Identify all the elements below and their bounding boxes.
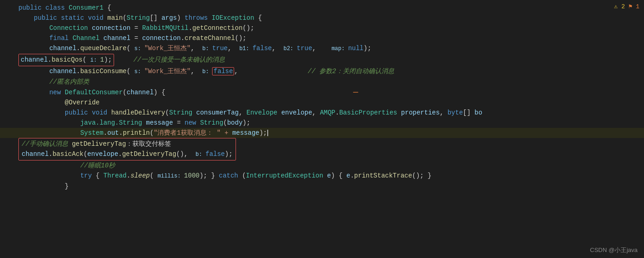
code-line-14: //手动确认消息 getDeliveryTag：获取交付标签 channel.b… bbox=[0, 138, 644, 161]
code-line-7: channel.basicConsume( s: "Work_王恒杰", b: … bbox=[0, 66, 644, 77]
line-content-16: try { Thread.sleep( millis: 1000); } cat… bbox=[15, 171, 644, 181]
code-line-6: channel.basicQos( i: 1); //一次只接受一条未确认的消息 bbox=[0, 54, 644, 66]
code-line-9: new DefaultConsumer(channel) { — bbox=[0, 87, 644, 97]
line-content-4: final Channel channel = connection.creat… bbox=[15, 33, 644, 43]
code-line-16: try { Thread.sleep( millis: 1000); } cat… bbox=[0, 171, 644, 181]
line-content-11: public void handleDelivery(String consum… bbox=[15, 108, 644, 118]
line-content-2: public static void main(String[] args) t… bbox=[15, 13, 644, 23]
code-line-17: } bbox=[0, 181, 644, 191]
line-content-3: Connection connection = RabbitMQUtil.get… bbox=[15, 23, 644, 33]
line-content-17: } bbox=[15, 181, 644, 191]
code-line-5: channel.queueDeclare( s: "Work_王恒杰", b: … bbox=[0, 43, 644, 54]
code-line-1: public class Consumer1 { bbox=[0, 3, 644, 13]
code-line-13: System.out.println("消费者1获取消息： " + messag… bbox=[0, 128, 644, 138]
line-content-10: @Override bbox=[15, 97, 644, 108]
line-content-5: channel.queueDeclare( s: "Work_王恒杰", b: … bbox=[15, 43, 644, 54]
line-content-8: //匿名内部类 bbox=[15, 77, 644, 87]
code-line-15: //睡眠10秒 bbox=[0, 161, 644, 171]
line-content-6: channel.basicQos( i: 1); //一次只接受一条未确认的消息 bbox=[15, 54, 644, 66]
line-content-7: channel.basicConsume( s: "Work_王恒杰", b: … bbox=[15, 66, 644, 77]
code-line-2: public static void main(String[] args) t… bbox=[0, 13, 644, 23]
code-editor: ⚠ 2 ⚑ 1 public class Consumer1 { public … bbox=[0, 0, 644, 258]
line-content-1: public class Consumer1 { bbox=[15, 3, 644, 13]
code-line-8: //匿名内部类 bbox=[0, 77, 644, 87]
code-line-12: java.lang.String message = new String(bo… bbox=[0, 118, 644, 128]
code-line-3: Connection connection = RabbitMQUtil.get… bbox=[0, 23, 644, 33]
code-line-4: final Channel channel = connection.creat… bbox=[0, 33, 644, 43]
watermark: CSDN @小王java bbox=[590, 246, 638, 254]
line-content-14: //手动确认消息 getDeliveryTag：获取交付标签 channel.b… bbox=[15, 138, 644, 161]
line-content-9: new DefaultConsumer(channel) { — bbox=[15, 87, 644, 97]
line-content-12: java.lang.String message = new String(bo… bbox=[15, 118, 644, 128]
line-content-15: //睡眠10秒 bbox=[15, 161, 644, 171]
code-line-11: public void handleDelivery(String consum… bbox=[0, 108, 644, 118]
line-content-13: System.out.println("消费者1获取消息： " + messag… bbox=[15, 128, 644, 138]
code-line-10: @Override bbox=[0, 97, 644, 108]
